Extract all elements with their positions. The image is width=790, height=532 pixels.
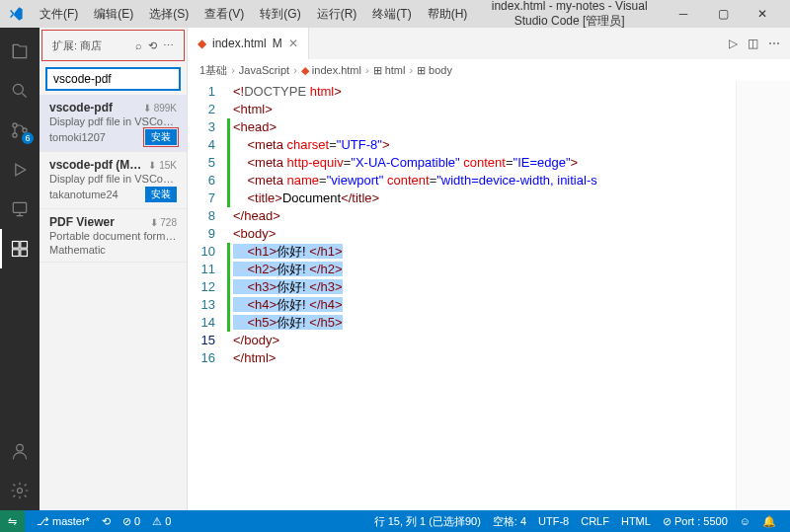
- scm-badge: 6: [22, 132, 34, 144]
- chevron-right-icon: ›: [409, 64, 413, 76]
- code-line[interactable]: </head>: [227, 207, 736, 225]
- code-line[interactable]: </html>: [227, 349, 736, 367]
- code-line[interactable]: <html>: [227, 101, 736, 118]
- activity-extensions[interactable]: [0, 229, 40, 268]
- line-number[interactable]: 8: [188, 207, 215, 225]
- line-number[interactable]: 1: [188, 83, 215, 101]
- extension-search-input[interactable]: [53, 72, 173, 86]
- more-actions-icon[interactable]: ⋯: [768, 37, 780, 50]
- status-notifications[interactable]: 🔔: [756, 515, 782, 528]
- refresh-icon[interactable]: ⟲: [148, 39, 157, 52]
- modified-indicator: [227, 261, 230, 278]
- code-line[interactable]: ····<h3>你好!·</h3>: [227, 278, 736, 296]
- code-line[interactable]: <meta name="viewport" content="width=dev…: [227, 172, 736, 190]
- close-button[interactable]: ✕: [743, 0, 782, 28]
- extension-publisher: Mathematic: [49, 244, 177, 256]
- tab-index-html[interactable]: ◆ index.html M ✕: [188, 28, 309, 59]
- breadcrumb-item[interactable]: JavaScript: [239, 64, 289, 76]
- code-line[interactable]: ····<h4>你好!·</h4>: [227, 296, 736, 314]
- status-sync[interactable]: ⟲: [96, 515, 117, 528]
- line-number[interactable]: 16: [188, 349, 215, 367]
- code-line[interactable]: <!DOCTYPE html>: [227, 83, 736, 101]
- menu-file[interactable]: 文件(F): [32, 6, 86, 23]
- remote-indicator[interactable]: ⇋: [0, 510, 25, 532]
- code-content[interactable]: <!DOCTYPE html><html><head> <meta charse…: [227, 81, 736, 510]
- menu-goto[interactable]: 转到(G): [252, 6, 308, 23]
- status-warnings[interactable]: ⚠ 0: [146, 515, 177, 528]
- line-number[interactable]: 12: [188, 278, 215, 296]
- close-icon[interactable]: ✕: [288, 37, 298, 50]
- code-line[interactable]: <body>: [227, 225, 736, 243]
- menu-run[interactable]: 运行(R): [309, 6, 365, 23]
- line-gutter[interactable]: 12345678910111213141516: [188, 81, 227, 510]
- extension-search-box[interactable]: [45, 67, 181, 91]
- breadcrumb-item[interactable]: ⊞ body: [417, 64, 452, 77]
- status-encoding[interactable]: UTF-8: [532, 515, 575, 527]
- line-number[interactable]: 5: [188, 154, 215, 172]
- extension-item[interactable]: vscode-pdf (Multi...⬇ 15KDisplay pdf fil…: [40, 152, 187, 209]
- line-number[interactable]: 14: [188, 314, 215, 332]
- extension-downloads: ⬇ 728: [150, 217, 177, 228]
- code-line[interactable]: ····<h5>你好!·</h5>: [227, 314, 736, 332]
- activity-run-debug[interactable]: [0, 150, 40, 190]
- more-icon[interactable]: ⋯: [163, 39, 174, 52]
- activity-source-control[interactable]: 6: [0, 111, 40, 150]
- minimize-button[interactable]: ─: [664, 0, 703, 28]
- menu-help[interactable]: 帮助(H): [420, 6, 476, 23]
- status-port[interactable]: ⊘ Port : 5500: [657, 515, 734, 528]
- status-feedback[interactable]: ☺: [734, 515, 756, 527]
- activity-account[interactable]: [0, 431, 40, 471]
- status-errors[interactable]: ⊘ 0: [117, 515, 146, 528]
- modified-indicator: [227, 243, 230, 261]
- minimap[interactable]: [736, 81, 790, 510]
- menu-edit[interactable]: 编辑(E): [86, 6, 141, 23]
- line-number[interactable]: 6: [188, 172, 215, 190]
- line-number[interactable]: 11: [188, 261, 215, 278]
- breadcrumb-item[interactable]: ⊞ html: [373, 64, 406, 77]
- code-line[interactable]: <title>Document</title>: [227, 190, 736, 207]
- line-number[interactable]: 9: [188, 225, 215, 243]
- activity-search[interactable]: [0, 71, 40, 111]
- run-icon[interactable]: ▷: [729, 37, 738, 50]
- code-line[interactable]: <head>: [227, 118, 736, 136]
- breadcrumb-item[interactable]: 1基础: [199, 63, 227, 78]
- extension-list[interactable]: vscode-pdf⬇ 899KDisplay pdf file in VSCo…: [40, 95, 187, 263]
- filter-icon[interactable]: ⌕: [135, 39, 142, 52]
- code-line[interactable]: </body>: [227, 332, 736, 349]
- status-language[interactable]: HTML: [615, 515, 657, 527]
- svg-rect-6: [21, 242, 28, 249]
- code-line[interactable]: <meta http-equiv="X-UA-Compatible" conte…: [227, 154, 736, 172]
- status-spaces[interactable]: 空格: 4: [487, 514, 532, 529]
- extension-publisher: tomoki1207: [49, 131, 145, 143]
- line-number[interactable]: 7: [188, 190, 215, 207]
- status-cursor[interactable]: 行 15, 列 1 (已选择90): [368, 514, 487, 529]
- activity-explorer[interactable]: [0, 32, 40, 71]
- code-line[interactable]: ····<h1>你好!·</h1>: [227, 243, 736, 261]
- line-number[interactable]: 13: [188, 296, 215, 314]
- breadcrumb[interactable]: 1基础› JavaScript› ◆ index.html› ⊞ html› ⊞…: [188, 59, 790, 81]
- breadcrumb-item[interactable]: ◆ index.html: [301, 64, 361, 77]
- sidebar-title: 扩展: 商店: [52, 38, 135, 53]
- extension-item[interactable]: vscode-pdf⬇ 899KDisplay pdf file in VSCo…: [40, 95, 187, 152]
- menu-terminal[interactable]: 终端(T): [364, 6, 419, 23]
- editor-actions: ▷ ◫ ⋯: [719, 28, 790, 59]
- split-icon[interactable]: ◫: [748, 37, 758, 50]
- status-branch[interactable]: ⎇ master*: [31, 515, 96, 528]
- code-line[interactable]: <meta charset="UTF-8">: [227, 136, 736, 154]
- line-number[interactable]: 15: [188, 332, 215, 349]
- activity-settings[interactable]: [0, 471, 40, 510]
- line-number[interactable]: 3: [188, 118, 215, 136]
- line-number[interactable]: 2: [188, 101, 215, 118]
- menu-view[interactable]: 查看(V): [197, 6, 252, 23]
- install-button[interactable]: 安装: [145, 187, 177, 202]
- extension-item[interactable]: PDF Viewer⬇ 728Portable document format …: [40, 209, 187, 263]
- line-number[interactable]: 10: [188, 243, 215, 261]
- line-number[interactable]: 4: [188, 136, 215, 154]
- status-eol[interactable]: CRLF: [575, 515, 615, 527]
- menu-select[interactable]: 选择(S): [141, 6, 197, 23]
- maximize-button[interactable]: ▢: [703, 0, 743, 28]
- code-line[interactable]: ····<h2>你好!·</h2>: [227, 261, 736, 278]
- install-button[interactable]: 安装: [145, 129, 177, 145]
- activity-remote[interactable]: [0, 190, 40, 229]
- editor-body[interactable]: 12345678910111213141516 <!DOCTYPE html><…: [188, 81, 790, 510]
